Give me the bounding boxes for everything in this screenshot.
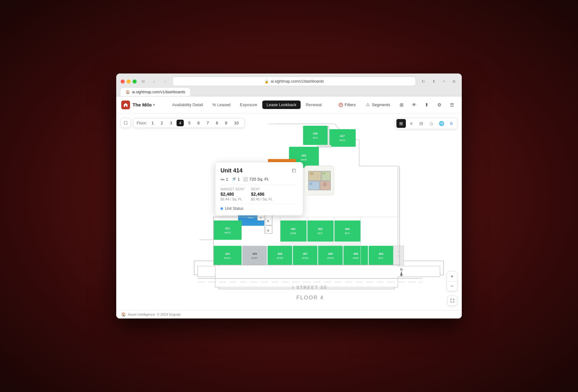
unit-407[interactable] xyxy=(293,246,317,265)
floor-6[interactable]: 6 xyxy=(195,120,202,126)
footer-logo: 🏠 xyxy=(121,312,126,317)
compare-icon[interactable]: ⊞ xyxy=(396,100,406,110)
share-icon[interactable]: ⬆ xyxy=(430,78,437,85)
rent-col: Rent $2,486 $3.45 / Sq. Ft. xyxy=(251,188,273,201)
floor-1[interactable]: 1 xyxy=(149,120,156,126)
unit-411[interactable] xyxy=(214,220,242,240)
unit-405[interactable] xyxy=(343,246,368,265)
floor-10[interactable]: 10 xyxy=(232,120,241,126)
svg-text:↓: ↓ xyxy=(398,249,400,253)
sidebar-toggle-icon[interactable]: ⊟ xyxy=(140,78,147,85)
menu-icon[interactable]: ☰ xyxy=(447,100,457,110)
svg-text:FLOOR 4: FLOOR 4 xyxy=(296,295,324,301)
svg-text:I STREET SE: I STREET SE xyxy=(292,285,328,290)
popup-specs: 🛏 1 🚿 1 ⬜ 720 Sq. Ft. xyxy=(221,177,298,182)
unit-403[interactable] xyxy=(334,220,361,242)
floor-9[interactable]: 9 xyxy=(222,120,230,126)
settings-icon[interactable]: ⚙ xyxy=(434,100,444,110)
minimize-button[interactable] xyxy=(127,79,131,84)
svg-rect-7 xyxy=(317,145,331,148)
unit-408[interactable] xyxy=(268,246,292,265)
unit-floorplan-image xyxy=(304,166,334,195)
floor-5[interactable]: 5 xyxy=(186,120,193,126)
floor-plan-area: Floor: 1 2 3 4 5 6 7 8 9 10 ⊞ ≡ ⊟ ◇ xyxy=(116,113,462,310)
close-button[interactable] xyxy=(121,79,125,84)
floor-4[interactable]: 4 xyxy=(177,120,184,126)
tab-exposure[interactable]: Exposure xyxy=(236,101,262,109)
tab-percent-leased[interactable]: % Leased xyxy=(208,101,235,109)
tab-availability-detail[interactable]: Availability Detail xyxy=(168,101,207,109)
rent-label: Rent xyxy=(251,188,273,191)
footer-copyright: © 2024 Engrain xyxy=(157,313,181,316)
back-button[interactable]: ‹ xyxy=(150,78,158,85)
copy-icon[interactable]: ⧉ xyxy=(450,78,457,85)
popup-header: Unit 414 xyxy=(221,167,298,174)
tab-renewal[interactable]: Renewal xyxy=(301,101,326,109)
list-view-button[interactable]: ≡ xyxy=(406,119,416,128)
svg-rect-6 xyxy=(328,126,330,145)
expand-icon xyxy=(123,121,128,125)
zoom-out-button[interactable]: − xyxy=(447,281,457,291)
segments-icon xyxy=(366,103,370,107)
svg-text:402: 402 xyxy=(318,227,323,231)
filters-button[interactable]: Filters xyxy=(335,101,359,109)
address-bar[interactable]: 🔒 ai.sightmap.com/v1/dashboards xyxy=(172,77,416,86)
svg-text:N: N xyxy=(400,268,403,271)
svg-text:E: E xyxy=(267,220,269,223)
expand-button[interactable] xyxy=(121,118,131,128)
floor-label: Floor: xyxy=(137,121,147,125)
filter-icon xyxy=(339,103,343,107)
unit-406[interactable] xyxy=(318,246,343,265)
floor-3[interactable]: 3 xyxy=(167,120,175,126)
google-view-button[interactable]: G xyxy=(447,119,456,128)
3d-view-button[interactable]: ◇ xyxy=(427,119,436,128)
svg-text:E: E xyxy=(267,229,269,232)
zoom-in-button[interactable]: + xyxy=(447,272,457,281)
grid-view-button[interactable]: ⊞ xyxy=(396,119,406,128)
maximize-button[interactable] xyxy=(133,79,137,84)
svg-text:411: 411 xyxy=(225,227,230,230)
unit-402[interactable] xyxy=(307,220,334,242)
forward-button[interactable]: › xyxy=(161,78,169,85)
property-name[interactable]: The Milo ▾ xyxy=(133,102,155,107)
globe-view-button[interactable]: 🌐 xyxy=(437,119,446,128)
fullscreen-button[interactable] xyxy=(447,296,457,306)
unit-410[interactable] xyxy=(214,246,242,265)
eye-icon[interactable]: 👁 xyxy=(409,100,419,110)
svg-rect-61 xyxy=(293,169,296,172)
popup-divider xyxy=(221,185,298,185)
unit-404[interactable] xyxy=(369,246,393,265)
traffic-lights xyxy=(121,79,137,84)
market-rent-per: $3.44 / Sq. Ft. xyxy=(221,197,245,201)
svg-text:405: 405 xyxy=(353,252,358,255)
baths-spec: 🚿 1 xyxy=(231,177,240,182)
unit-416[interactable] xyxy=(303,126,328,145)
table-view-button[interactable]: ⊟ xyxy=(417,119,426,128)
unit-417[interactable] xyxy=(330,129,356,147)
market-rent-label: Market Rent xyxy=(221,188,245,191)
svg-text:AA13: AA13 xyxy=(339,139,345,142)
tab-lease-lookback[interactable]: Lease Lookback xyxy=(262,101,301,109)
svg-text:ACD4: ACD4 xyxy=(327,257,334,259)
svg-text:BC3: BC3 xyxy=(345,232,350,235)
fullscreen-icon xyxy=(450,298,455,303)
svg-text:403: 403 xyxy=(345,227,350,231)
unit-409[interactable] xyxy=(242,246,267,265)
export-icon[interactable]: ⬆ xyxy=(422,100,432,110)
unit-401[interactable] xyxy=(280,220,307,242)
reload-button[interactable]: ↻ xyxy=(419,78,427,85)
svg-text:407: 407 xyxy=(303,252,308,255)
app-logo-icon xyxy=(121,101,130,109)
svg-text:E: E xyxy=(260,216,262,219)
segments-button[interactable]: Segments xyxy=(362,101,394,109)
floor-8[interactable]: 8 xyxy=(213,120,221,126)
status-dot xyxy=(221,207,223,210)
svg-rect-68 xyxy=(322,172,325,174)
new-tab-icon[interactable]: + xyxy=(440,78,447,85)
floor-7[interactable]: 7 xyxy=(204,120,211,126)
copy-icon xyxy=(292,168,296,173)
floor-2[interactable]: 2 xyxy=(158,120,165,126)
svg-text:↑: ↑ xyxy=(398,254,400,258)
browser-tab[interactable]: 🏠 ai.sightmap.com/v1/dashboards xyxy=(121,88,190,96)
popup-copy-button[interactable] xyxy=(290,167,298,174)
